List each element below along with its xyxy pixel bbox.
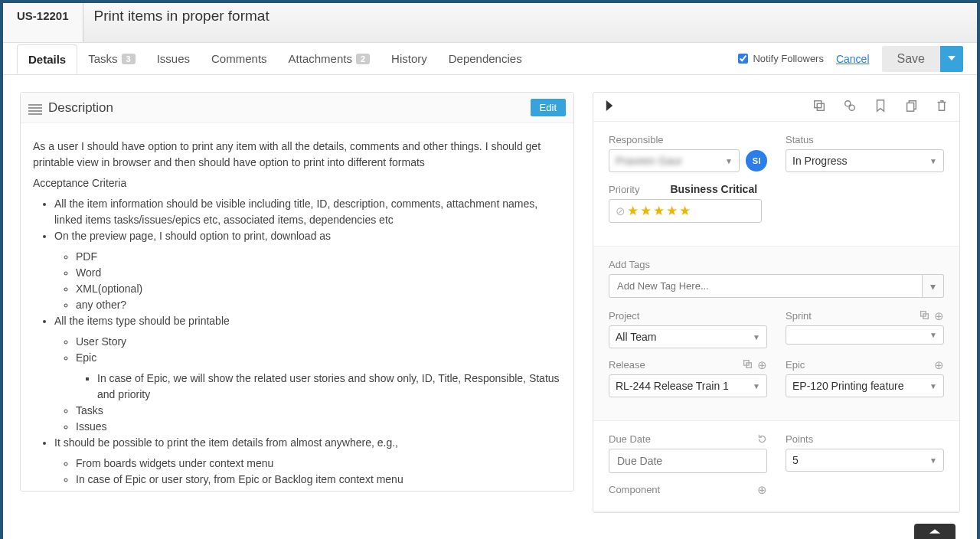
release-select[interactable]: RL-244 Release Train 1▼ xyxy=(609,374,767,397)
sprint-label: Sprint xyxy=(786,310,812,322)
list-item: From item detail view xyxy=(76,488,561,491)
star-icon: ★ xyxy=(666,203,678,219)
status-select[interactable]: In Progress ▼ xyxy=(786,149,944,172)
tags-label: Add Tags xyxy=(609,259,944,270)
save-button[interactable]: Save xyxy=(882,46,940,72)
responsible-label: Responsible xyxy=(609,134,767,145)
epic-label: Epic xyxy=(786,359,805,371)
avatar[interactable]: SI xyxy=(746,150,767,172)
epic-value: EP-120 Printing feature xyxy=(792,380,904,392)
tab-issues[interactable]: Issues xyxy=(146,44,201,73)
duedate-input[interactable] xyxy=(609,449,767,473)
tab-history[interactable]: History xyxy=(381,44,438,73)
reset-icon[interactable] xyxy=(757,434,767,444)
no-priority-icon: ⊘ xyxy=(616,204,626,218)
status-value: In Progress xyxy=(792,155,848,167)
list-item: PDF xyxy=(76,249,561,265)
list-item: From boards widgets under context menu xyxy=(76,456,561,472)
release-label: Release xyxy=(609,359,645,371)
project-value: All Team xyxy=(616,331,656,343)
notify-checkbox[interactable] xyxy=(738,54,748,64)
component-label: Component xyxy=(609,484,660,495)
list-item: All the items type should be printable U… xyxy=(54,313,561,435)
app-window: US-12201 Print items in proper format De… xyxy=(0,0,980,539)
attachments-badge: 2 xyxy=(356,54,370,64)
list-item: Word xyxy=(76,265,561,281)
responsible-value: Praveen Gaur xyxy=(616,155,682,167)
tab-attachments[interactable]: Attachments 2 xyxy=(278,44,381,73)
tab-label: Tasks xyxy=(88,52,117,65)
project-select[interactable]: All Team▼ xyxy=(609,325,767,348)
tab-label: Attachments xyxy=(289,52,352,65)
svg-rect-1 xyxy=(817,103,824,110)
star-icon: ★ xyxy=(679,203,691,219)
tab-bar: Details Tasks 3 Issues Comments Attachme… xyxy=(3,43,977,75)
desc-text: Acceptance Criteria xyxy=(33,175,561,191)
list-text: All the items type should be printable xyxy=(54,315,230,327)
star-icon: ★ xyxy=(653,203,665,219)
list-item: XML(optional) xyxy=(76,281,561,297)
list-item: Epic In case of Epic, we will show the r… xyxy=(76,350,561,403)
notify-followers[interactable]: Notify Followers xyxy=(738,53,823,64)
tags-input[interactable] xyxy=(609,274,923,298)
tab-dependencies[interactable]: Dependencies xyxy=(438,44,533,73)
list-item: On the preview page, I should option to … xyxy=(54,228,561,313)
star-icon: ★ xyxy=(627,203,639,219)
tags-dropdown[interactable]: ▾ xyxy=(923,274,944,298)
priority-label: Priority xyxy=(609,184,639,195)
list-item: Issues xyxy=(76,419,561,435)
points-select[interactable]: 5▼ xyxy=(786,449,944,472)
menu-icon xyxy=(28,103,42,113)
cancel-link[interactable]: Cancel xyxy=(836,53,870,65)
link-icon[interactable] xyxy=(843,99,857,115)
description-heading: Description xyxy=(48,100,531,116)
description-body: As a user I should have option to print … xyxy=(21,123,573,491)
tasks-badge: 3 xyxy=(122,54,136,64)
svg-rect-5 xyxy=(907,103,914,111)
footer-expand[interactable] xyxy=(914,524,956,539)
collapse-icon[interactable] xyxy=(604,100,615,113)
list-item: any other? xyxy=(76,297,561,313)
priority-stars[interactable]: ⊘ ★ ★ ★ ★ ★ xyxy=(609,199,762,223)
project-label: Project xyxy=(609,310,767,322)
tab-comments[interactable]: Comments xyxy=(201,44,278,73)
svg-rect-0 xyxy=(815,101,822,108)
add-icon[interactable]: ⊕ xyxy=(757,484,767,495)
release-value: RL-244 Release Train 1 xyxy=(616,380,729,392)
copy-icon[interactable] xyxy=(743,359,753,369)
add-icon[interactable]: ⊕ xyxy=(934,310,944,322)
tab-details[interactable]: Details xyxy=(17,44,77,74)
bookmark-icon[interactable] xyxy=(874,99,887,115)
epic-select[interactable]: EP-120 Printing feature▼ xyxy=(786,374,944,397)
list-text: Epic xyxy=(76,351,96,364)
star-icon: ★ xyxy=(640,203,652,219)
item-title: Print items in proper format xyxy=(83,3,977,42)
tab-tasks[interactable]: Tasks 3 xyxy=(77,44,145,73)
notify-label: Notify Followers xyxy=(753,53,823,64)
list-item: Tasks xyxy=(76,403,561,419)
priority-text: Business Critical xyxy=(670,183,757,195)
save-dropdown[interactable] xyxy=(940,46,963,72)
trash-icon[interactable] xyxy=(935,99,949,115)
details-panel: Responsible Praveen Gaur ▼ SI Status xyxy=(593,92,960,513)
copy-icon[interactable] xyxy=(812,99,826,115)
edit-button[interactable]: Edit xyxy=(531,99,566,116)
desc-text: As a user I should have option to print … xyxy=(33,139,561,171)
item-id[interactable]: US-12201 xyxy=(3,3,83,42)
add-icon[interactable]: ⊕ xyxy=(757,359,767,371)
copy-icon[interactable] xyxy=(920,310,929,320)
title-bar: US-12201 Print items in proper format xyxy=(3,3,977,43)
list-item: All the item information should be visib… xyxy=(54,196,561,228)
duplicate-icon[interactable] xyxy=(904,99,918,115)
duedate-label: Due Date xyxy=(609,433,651,445)
responsible-select[interactable]: Praveen Gaur ▼ xyxy=(609,149,740,172)
list-text: It should be possible to print the item … xyxy=(54,436,398,449)
add-icon[interactable]: ⊕ xyxy=(934,359,944,371)
list-item: It should be possible to print the item … xyxy=(54,435,561,491)
points-value: 5 xyxy=(792,454,799,466)
sprint-select[interactable]: ▼ xyxy=(786,325,944,345)
points-label: Points xyxy=(786,433,944,445)
list-text: On the preview page, I should option to … xyxy=(54,230,331,242)
description-panel: Description Edit As a user I should have… xyxy=(20,92,574,492)
list-item: In case of Epic, we will show the relate… xyxy=(97,371,561,403)
